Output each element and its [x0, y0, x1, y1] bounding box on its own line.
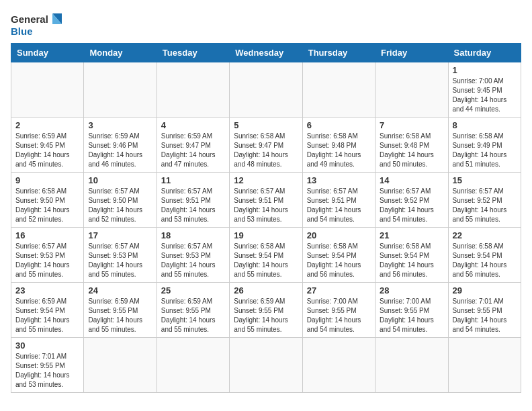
- calendar-cell: 15Sunrise: 6:57 AM Sunset: 9:52 PM Dayli…: [448, 173, 521, 228]
- calendar-week-row-3: 9Sunrise: 6:58 AM Sunset: 9:50 PM Daylig…: [11, 173, 521, 228]
- calendar-cell: 7Sunrise: 6:58 AM Sunset: 9:48 PM Daylig…: [375, 118, 448, 173]
- day-number: 10: [88, 175, 152, 185]
- day-info: Sunrise: 6:58 AM Sunset: 9:54 PM Dayligh…: [453, 242, 517, 279]
- weekday-header-monday: Monday: [84, 44, 157, 62]
- day-info: Sunrise: 6:59 AM Sunset: 9:55 PM Dayligh…: [234, 297, 298, 334]
- calendar-week-row-5: 23Sunrise: 6:59 AM Sunset: 9:54 PM Dayli…: [11, 283, 521, 338]
- calendar-cell: 13Sunrise: 6:57 AM Sunset: 9:51 PM Dayli…: [302, 173, 375, 228]
- day-info: Sunrise: 6:59 AM Sunset: 9:55 PM Dayligh…: [161, 297, 225, 334]
- day-number: 5: [234, 120, 298, 130]
- day-number: 13: [307, 175, 371, 185]
- day-number: 28: [380, 285, 443, 295]
- calendar-cell: 23Sunrise: 6:59 AM Sunset: 9:54 PM Dayli…: [11, 283, 84, 338]
- day-info: Sunrise: 6:58 AM Sunset: 9:54 PM Dayligh…: [380, 242, 443, 279]
- calendar-cell: [157, 338, 229, 393]
- calendar-week-row-4: 16Sunrise: 6:57 AM Sunset: 9:53 PM Dayli…: [11, 228, 521, 283]
- day-info: Sunrise: 6:58 AM Sunset: 9:47 PM Dayligh…: [234, 132, 298, 169]
- calendar-cell: 30Sunrise: 7:01 AM Sunset: 9:55 PM Dayli…: [11, 338, 84, 393]
- day-number: 8: [453, 120, 517, 130]
- day-number: 24: [88, 285, 152, 295]
- calendar-cell: 17Sunrise: 6:57 AM Sunset: 9:53 PM Dayli…: [84, 228, 157, 283]
- day-info: Sunrise: 7:00 AM Sunset: 9:55 PM Dayligh…: [307, 297, 371, 334]
- day-info: Sunrise: 6:57 AM Sunset: 9:53 PM Dayligh…: [161, 242, 225, 279]
- day-info: Sunrise: 6:57 AM Sunset: 9:50 PM Dayligh…: [88, 187, 152, 224]
- calendar-cell: 4Sunrise: 6:59 AM Sunset: 9:47 PM Daylig…: [157, 118, 229, 173]
- calendar-cell: [448, 338, 521, 393]
- weekday-header-sunday: Sunday: [11, 44, 84, 62]
- day-number: 20: [307, 230, 371, 240]
- calendar-cell: 11Sunrise: 6:57 AM Sunset: 9:51 PM Dayli…: [157, 173, 229, 228]
- day-info: Sunrise: 6:58 AM Sunset: 9:49 PM Dayligh…: [453, 132, 517, 169]
- calendar-cell: 8Sunrise: 6:58 AM Sunset: 9:49 PM Daylig…: [448, 118, 521, 173]
- day-info: Sunrise: 6:59 AM Sunset: 9:46 PM Dayligh…: [88, 132, 152, 169]
- day-number: 14: [380, 175, 443, 185]
- day-info: Sunrise: 6:58 AM Sunset: 9:54 PM Dayligh…: [307, 242, 371, 279]
- calendar-cell: [11, 62, 84, 118]
- weekday-header-friday: Friday: [375, 44, 448, 62]
- calendar-cell: 10Sunrise: 6:57 AM Sunset: 9:50 PM Dayli…: [84, 173, 157, 228]
- calendar-week-row-6: 30Sunrise: 7:01 AM Sunset: 9:55 PM Dayli…: [11, 338, 521, 393]
- calendar-cell: [230, 338, 302, 393]
- day-number: 22: [453, 230, 517, 240]
- calendar-table: SundayMondayTuesdayWednesdayThursdayFrid…: [11, 43, 521, 393]
- calendar-cell: 1Sunrise: 7:00 AM Sunset: 9:45 PM Daylig…: [448, 62, 521, 118]
- svg-text:Blue: Blue: [11, 26, 33, 37]
- day-number: 2: [15, 120, 79, 130]
- calendar-cell: 16Sunrise: 6:57 AM Sunset: 9:53 PM Dayli…: [11, 228, 84, 283]
- calendar-cell: [157, 62, 229, 118]
- header: GeneralBlue: [11, 11, 521, 38]
- day-number: 1: [453, 65, 517, 75]
- day-number: 30: [15, 340, 79, 351]
- calendar-week-row-2: 2Sunrise: 6:59 AM Sunset: 9:45 PM Daylig…: [11, 118, 521, 173]
- day-number: 11: [161, 175, 225, 185]
- day-info: Sunrise: 7:01 AM Sunset: 9:55 PM Dayligh…: [453, 297, 517, 334]
- calendar-cell: 2Sunrise: 6:59 AM Sunset: 9:45 PM Daylig…: [11, 118, 84, 173]
- day-info: Sunrise: 6:57 AM Sunset: 9:52 PM Dayligh…: [453, 187, 517, 224]
- day-number: 18: [161, 230, 225, 240]
- day-info: Sunrise: 7:00 AM Sunset: 9:45 PM Dayligh…: [453, 77, 517, 114]
- day-info: Sunrise: 6:59 AM Sunset: 9:54 PM Dayligh…: [15, 297, 79, 334]
- calendar-cell: 27Sunrise: 7:00 AM Sunset: 9:55 PM Dayli…: [302, 283, 375, 338]
- calendar-cell: [375, 62, 448, 118]
- day-info: Sunrise: 6:59 AM Sunset: 9:47 PM Dayligh…: [161, 132, 225, 169]
- weekday-header-tuesday: Tuesday: [157, 44, 229, 62]
- calendar-cell: [302, 62, 375, 118]
- calendar-cell: 20Sunrise: 6:58 AM Sunset: 9:54 PM Dayli…: [302, 228, 375, 283]
- day-info: Sunrise: 6:58 AM Sunset: 9:54 PM Dayligh…: [234, 242, 298, 279]
- day-info: Sunrise: 6:58 AM Sunset: 9:48 PM Dayligh…: [307, 132, 371, 169]
- calendar-cell: 9Sunrise: 6:58 AM Sunset: 9:50 PM Daylig…: [11, 173, 84, 228]
- day-info: Sunrise: 6:58 AM Sunset: 9:50 PM Dayligh…: [15, 187, 79, 224]
- calendar-cell: 19Sunrise: 6:58 AM Sunset: 9:54 PM Dayli…: [230, 228, 302, 283]
- logo-icon: GeneralBlue: [11, 11, 64, 38]
- weekday-header-row: SundayMondayTuesdayWednesdayThursdayFrid…: [11, 44, 521, 62]
- logo: GeneralBlue: [11, 11, 64, 38]
- day-number: 23: [15, 285, 79, 295]
- day-number: 4: [161, 120, 225, 130]
- day-number: 29: [453, 285, 517, 295]
- day-info: Sunrise: 6:58 AM Sunset: 9:48 PM Dayligh…: [380, 132, 443, 169]
- calendar-cell: 12Sunrise: 6:57 AM Sunset: 9:51 PM Dayli…: [230, 173, 302, 228]
- calendar-cell: 3Sunrise: 6:59 AM Sunset: 9:46 PM Daylig…: [84, 118, 157, 173]
- day-info: Sunrise: 6:57 AM Sunset: 9:53 PM Dayligh…: [88, 242, 152, 279]
- day-number: 3: [88, 120, 152, 130]
- day-number: 26: [234, 285, 298, 295]
- day-number: 27: [307, 285, 371, 295]
- calendar-cell: 5Sunrise: 6:58 AM Sunset: 9:47 PM Daylig…: [230, 118, 302, 173]
- calendar-cell: 18Sunrise: 6:57 AM Sunset: 9:53 PM Dayli…: [157, 228, 229, 283]
- calendar-cell: [375, 338, 448, 393]
- svg-text:General: General: [11, 13, 48, 25]
- calendar-cell: [302, 338, 375, 393]
- day-number: 17: [88, 230, 152, 240]
- day-info: Sunrise: 6:59 AM Sunset: 9:55 PM Dayligh…: [88, 297, 152, 334]
- calendar-cell: 26Sunrise: 6:59 AM Sunset: 9:55 PM Dayli…: [230, 283, 302, 338]
- calendar-cell: [84, 62, 157, 118]
- calendar-cell: [230, 62, 302, 118]
- weekday-header-wednesday: Wednesday: [230, 44, 302, 62]
- day-number: 6: [307, 120, 371, 130]
- weekday-header-saturday: Saturday: [448, 44, 521, 62]
- calendar-cell: 24Sunrise: 6:59 AM Sunset: 9:55 PM Dayli…: [84, 283, 157, 338]
- calendar-cell: 25Sunrise: 6:59 AM Sunset: 9:55 PM Dayli…: [157, 283, 229, 338]
- day-number: 25: [161, 285, 225, 295]
- calendar-cell: 14Sunrise: 6:57 AM Sunset: 9:52 PM Dayli…: [375, 173, 448, 228]
- day-number: 7: [380, 120, 443, 130]
